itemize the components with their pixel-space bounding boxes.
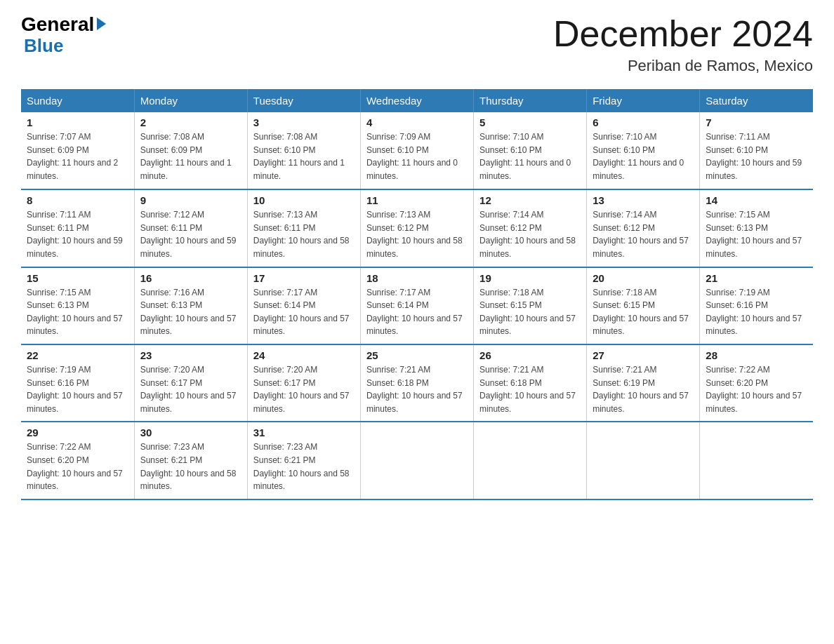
calendar-cell: 21 Sunrise: 7:19 AMSunset: 6:16 PMDaylig…: [700, 267, 813, 344]
day-info: Sunrise: 7:10 AMSunset: 6:10 PMDaylight:…: [479, 132, 571, 181]
calendar-cell: 11 Sunrise: 7:13 AMSunset: 6:12 PMDaylig…: [360, 189, 473, 267]
day-number: 15: [27, 272, 128, 284]
calendar-cell: 8 Sunrise: 7:11 AMSunset: 6:11 PMDayligh…: [21, 189, 134, 267]
calendar-cell: 25 Sunrise: 7:21 AMSunset: 6:18 PMDaylig…: [360, 344, 473, 422]
col-header-saturday: Saturday: [700, 89, 813, 112]
calendar-cell: 5 Sunrise: 7:10 AMSunset: 6:10 PMDayligh…: [474, 112, 587, 189]
day-number: 16: [140, 272, 241, 284]
day-info: Sunrise: 7:11 AMSunset: 6:10 PMDaylight:…: [706, 132, 802, 181]
calendar-cell: 16 Sunrise: 7:16 AMSunset: 6:13 PMDaylig…: [134, 267, 247, 344]
day-number: 11: [366, 194, 468, 206]
day-info: Sunrise: 7:15 AMSunset: 6:13 PMDaylight:…: [27, 288, 123, 337]
calendar-cell: 24 Sunrise: 7:20 AMSunset: 6:17 PMDaylig…: [247, 344, 360, 422]
day-info: Sunrise: 7:17 AMSunset: 6:14 PMDaylight:…: [366, 288, 463, 337]
calendar-cell: 13 Sunrise: 7:14 AMSunset: 6:12 PMDaylig…: [587, 189, 700, 267]
day-number: 10: [253, 194, 355, 206]
calendar-cell: 17 Sunrise: 7:17 AMSunset: 6:14 PMDaylig…: [247, 267, 360, 344]
day-info: Sunrise: 7:20 AMSunset: 6:17 PMDaylight:…: [253, 365, 350, 414]
title-section: December 2024 Periban de Ramos, Mexico: [553, 14, 813, 75]
calendar-cell: 6 Sunrise: 7:10 AMSunset: 6:10 PMDayligh…: [587, 112, 700, 189]
calendar-cell: [474, 422, 587, 499]
day-number: 17: [253, 272, 355, 284]
day-info: Sunrise: 7:14 AMSunset: 6:12 PMDaylight:…: [479, 210, 576, 259]
calendar-cell: [700, 422, 813, 499]
calendar-cell: [360, 422, 473, 499]
day-number: 30: [140, 427, 241, 438]
day-number: 5: [479, 116, 581, 128]
calendar-cell: 19 Sunrise: 7:18 AMSunset: 6:15 PMDaylig…: [474, 267, 587, 344]
logo-general-text: General: [21, 14, 94, 36]
day-number: 21: [706, 272, 807, 284]
calendar-cell: 27 Sunrise: 7:21 AMSunset: 6:19 PMDaylig…: [587, 344, 700, 422]
day-number: 27: [593, 349, 694, 361]
day-number: 26: [479, 349, 581, 361]
day-info: Sunrise: 7:21 AMSunset: 6:18 PMDaylight:…: [479, 365, 576, 414]
day-number: 1: [27, 116, 128, 128]
day-info: Sunrise: 7:21 AMSunset: 6:18 PMDaylight:…: [366, 365, 463, 414]
day-number: 24: [253, 349, 355, 361]
day-number: 28: [706, 349, 807, 361]
day-info: Sunrise: 7:16 AMSunset: 6:13 PMDaylight:…: [140, 288, 237, 337]
day-info: Sunrise: 7:11 AMSunset: 6:11 PMDaylight:…: [27, 210, 123, 259]
calendar-cell: 10 Sunrise: 7:13 AMSunset: 6:11 PMDaylig…: [247, 189, 360, 267]
day-info: Sunrise: 7:08 AMSunset: 6:09 PMDaylight:…: [140, 132, 232, 181]
col-header-friday: Friday: [587, 89, 700, 112]
logo-arrow-icon: [97, 18, 106, 30]
calendar-cell: 22 Sunrise: 7:19 AMSunset: 6:16 PMDaylig…: [21, 344, 134, 422]
day-info: Sunrise: 7:19 AMSunset: 6:16 PMDaylight:…: [27, 365, 123, 414]
day-number: 12: [479, 194, 581, 206]
day-info: Sunrise: 7:12 AMSunset: 6:11 PMDaylight:…: [140, 210, 237, 259]
day-number: 19: [479, 272, 581, 284]
logo: General Blue: [21, 14, 106, 55]
calendar-cell: 12 Sunrise: 7:14 AMSunset: 6:12 PMDaylig…: [474, 189, 587, 267]
day-number: 4: [366, 116, 468, 128]
month-title: December 2024: [553, 14, 813, 54]
day-info: Sunrise: 7:08 AMSunset: 6:10 PMDaylight:…: [253, 132, 345, 181]
day-number: 23: [140, 349, 241, 361]
day-number: 25: [366, 349, 468, 361]
calendar-cell: 14 Sunrise: 7:15 AMSunset: 6:13 PMDaylig…: [700, 189, 813, 267]
calendar-cell: 3 Sunrise: 7:08 AMSunset: 6:10 PMDayligh…: [247, 112, 360, 189]
day-info: Sunrise: 7:13 AMSunset: 6:11 PMDaylight:…: [253, 210, 350, 259]
day-number: 7: [706, 116, 807, 128]
day-number: 6: [593, 116, 694, 128]
col-header-sunday: Sunday: [21, 89, 134, 112]
day-info: Sunrise: 7:09 AMSunset: 6:10 PMDaylight:…: [366, 132, 458, 181]
calendar-cell: 26 Sunrise: 7:21 AMSunset: 6:18 PMDaylig…: [474, 344, 587, 422]
page-header: General Blue December 2024 Periban de Ra…: [21, 14, 813, 75]
day-number: 8: [27, 194, 128, 206]
col-header-thursday: Thursday: [474, 89, 587, 112]
calendar-week-row: 1 Sunrise: 7:07 AMSunset: 6:09 PMDayligh…: [21, 112, 813, 189]
calendar-cell: 28 Sunrise: 7:22 AMSunset: 6:20 PMDaylig…: [700, 344, 813, 422]
calendar-cell: 23 Sunrise: 7:20 AMSunset: 6:17 PMDaylig…: [134, 344, 247, 422]
day-number: 31: [253, 427, 355, 438]
day-info: Sunrise: 7:19 AMSunset: 6:16 PMDaylight:…: [706, 288, 802, 337]
day-info: Sunrise: 7:07 AMSunset: 6:09 PMDaylight:…: [27, 132, 118, 181]
calendar-week-row: 29 Sunrise: 7:22 AMSunset: 6:20 PMDaylig…: [21, 422, 813, 499]
day-number: 3: [253, 116, 355, 128]
day-number: 13: [593, 194, 694, 206]
calendar-week-row: 8 Sunrise: 7:11 AMSunset: 6:11 PMDayligh…: [21, 189, 813, 267]
calendar-cell: 7 Sunrise: 7:11 AMSunset: 6:10 PMDayligh…: [700, 112, 813, 189]
day-info: Sunrise: 7:22 AMSunset: 6:20 PMDaylight:…: [27, 442, 123, 491]
calendar-cell: 18 Sunrise: 7:17 AMSunset: 6:14 PMDaylig…: [360, 267, 473, 344]
col-header-monday: Monday: [134, 89, 247, 112]
day-number: 9: [140, 194, 241, 206]
calendar-week-row: 15 Sunrise: 7:15 AMSunset: 6:13 PMDaylig…: [21, 267, 813, 344]
calendar-cell: 4 Sunrise: 7:09 AMSunset: 6:10 PMDayligh…: [360, 112, 473, 189]
day-number: 29: [27, 427, 128, 438]
calendar-cell: 1 Sunrise: 7:07 AMSunset: 6:09 PMDayligh…: [21, 112, 134, 189]
col-header-tuesday: Tuesday: [247, 89, 360, 112]
day-number: 22: [27, 349, 128, 361]
day-number: 18: [366, 272, 468, 284]
calendar-header-row: SundayMondayTuesdayWednesdayThursdayFrid…: [21, 89, 813, 112]
calendar-cell: 20 Sunrise: 7:18 AMSunset: 6:15 PMDaylig…: [587, 267, 700, 344]
day-info: Sunrise: 7:21 AMSunset: 6:19 PMDaylight:…: [593, 365, 689, 414]
calendar-cell: 31 Sunrise: 7:23 AMSunset: 6:21 PMDaylig…: [247, 422, 360, 499]
day-info: Sunrise: 7:17 AMSunset: 6:14 PMDaylight:…: [253, 288, 350, 337]
day-info: Sunrise: 7:14 AMSunset: 6:12 PMDaylight:…: [593, 210, 689, 259]
day-number: 14: [706, 194, 807, 206]
col-header-wednesday: Wednesday: [360, 89, 473, 112]
calendar-week-row: 22 Sunrise: 7:19 AMSunset: 6:16 PMDaylig…: [21, 344, 813, 422]
day-info: Sunrise: 7:23 AMSunset: 6:21 PMDaylight:…: [140, 442, 237, 491]
